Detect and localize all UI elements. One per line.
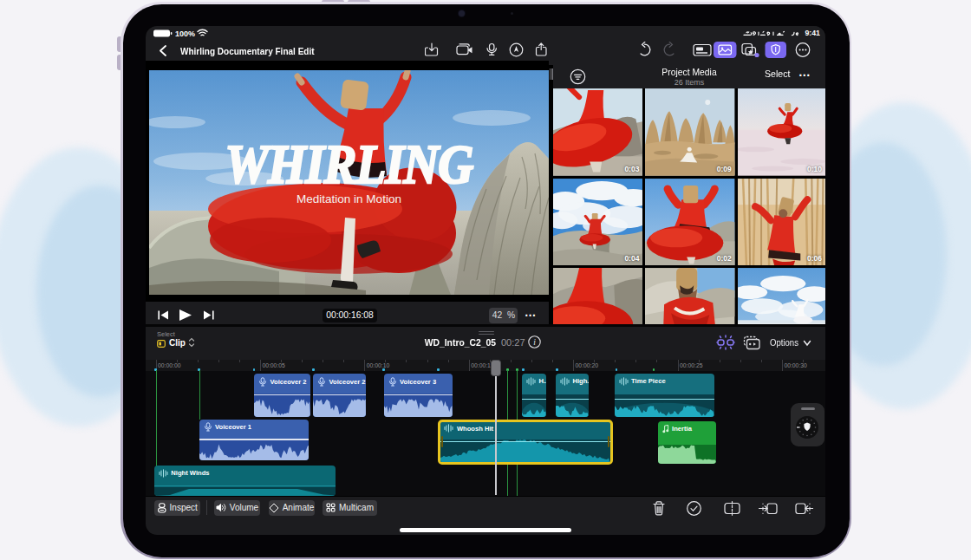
svg-text:i: i	[533, 338, 536, 347]
svg-text:9:41: 9:41	[805, 29, 820, 37]
svg-text:100%: 100%	[175, 29, 195, 38]
